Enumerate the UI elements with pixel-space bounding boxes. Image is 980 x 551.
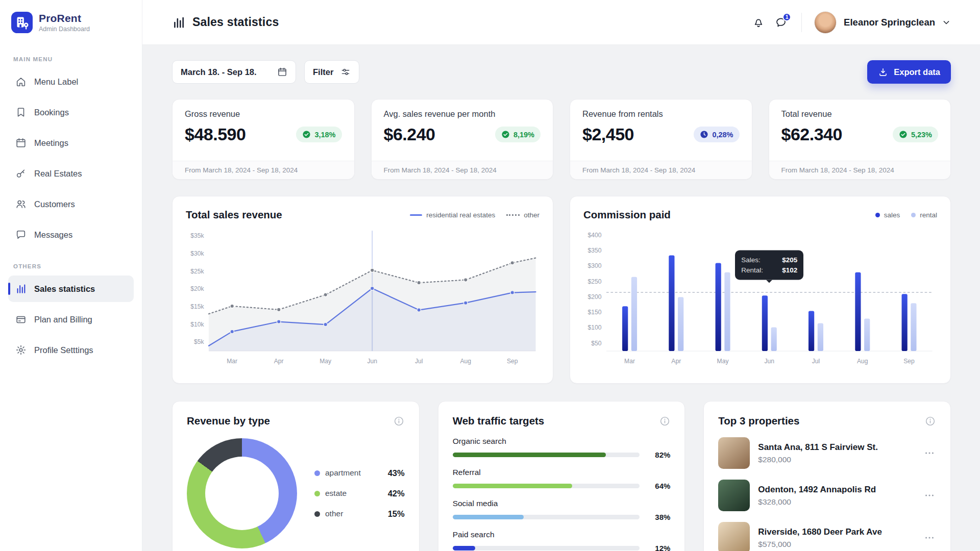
notifications-button[interactable] xyxy=(747,11,770,34)
svg-text:Mar: Mar xyxy=(624,358,635,365)
svg-text:$300: $300 xyxy=(588,262,602,269)
property-row[interactable]: Odenton, 1492 Annapolis Rd $328,000 xyxy=(718,480,936,511)
info-icon xyxy=(394,416,404,427)
property-photo xyxy=(718,437,750,469)
chevron-down-icon[interactable] xyxy=(941,17,951,28)
svg-text:$250: $250 xyxy=(588,278,602,285)
svg-text:$35k: $35k xyxy=(190,232,204,239)
sidebar-item-meetings[interactable]: Meetings xyxy=(8,130,134,156)
sidebar-item-real-estates[interactable]: Real Estates xyxy=(8,160,134,187)
change-value: 0,28% xyxy=(712,131,733,139)
card-title: Web traffic targets xyxy=(453,415,545,427)
legend-value: 42% xyxy=(388,489,405,498)
top-properties-card: Top 3 properties Santa Ana, 811 S Fairvi… xyxy=(703,401,951,551)
divider xyxy=(801,13,802,32)
property-row[interactable]: Riverside, 1680 Deer Park Ave $575,000 xyxy=(718,522,936,551)
sidebar-item-text: Meetings xyxy=(34,138,68,148)
line-swatch xyxy=(410,214,422,216)
progress-track xyxy=(453,546,640,550)
svg-text:Jul: Jul xyxy=(415,358,423,365)
svg-text:$30k: $30k xyxy=(190,250,204,257)
sidebar-item-text: Bookings xyxy=(34,108,69,117)
tooltip-label: Rental: xyxy=(741,265,763,276)
donut-hole xyxy=(205,457,279,530)
legend-label: other xyxy=(325,509,343,518)
progress-track xyxy=(453,453,640,457)
chart-title: Total sales revenue xyxy=(186,209,282,221)
more-options-button[interactable] xyxy=(923,489,936,502)
more-options-button[interactable] xyxy=(923,446,936,460)
change-value: 8,19% xyxy=(513,131,534,139)
property-price: $575,000 xyxy=(758,540,915,549)
legend-label: residential real estates xyxy=(426,211,495,219)
sidebar-item-customers[interactable]: Customers xyxy=(8,191,134,217)
check-circle-icon xyxy=(501,130,510,139)
legend-rental: rental xyxy=(911,211,937,219)
change-value: 3,18% xyxy=(314,131,335,139)
revenue-by-type-donut-chart xyxy=(187,438,297,548)
progress-fill xyxy=(453,484,573,488)
dotted-swatch xyxy=(506,214,520,216)
bell-icon xyxy=(752,16,765,29)
date-range-picker[interactable]: March 18. - Sep 18. xyxy=(172,60,296,84)
svg-text:$350: $350 xyxy=(588,247,602,254)
export-data-button[interactable]: Export data xyxy=(867,60,951,84)
svg-text:Jul: Jul xyxy=(812,358,820,365)
chart-tooltip: Sales: $205 Rental: $102 xyxy=(735,250,803,280)
page-title: Sales statistics xyxy=(192,15,279,29)
legend-row-estate: estate 42% xyxy=(314,489,405,498)
traffic-row-paid-search: Paid search 12% xyxy=(453,530,671,551)
sidebar-item-plan-and-billing[interactable]: Plan and Billing xyxy=(8,306,134,333)
export-data-label: Export data xyxy=(894,67,940,77)
legend-row-apartment: apartment 43% xyxy=(314,468,405,478)
traffic-label: Referral xyxy=(453,468,671,477)
dot-swatch xyxy=(314,491,320,496)
commission-paid-card: Commission paid sales rental xyxy=(570,196,951,384)
traffic-row-referral: Referral 64% xyxy=(453,468,671,490)
info-button[interactable] xyxy=(925,415,936,427)
web-traffic-targets-card: Web traffic targets Organic search 82% xyxy=(438,401,685,551)
messages-button[interactable]: 1 xyxy=(770,11,792,34)
legend-row-other: other 15% xyxy=(314,509,405,519)
traffic-value: 82% xyxy=(648,450,670,459)
svg-text:$400: $400 xyxy=(588,232,602,239)
sidebar-item-profile-settings[interactable]: Profile Setttings xyxy=(8,337,134,363)
traffic-value: 64% xyxy=(648,482,670,490)
main-menu-label: MAIN MENU xyxy=(13,56,129,62)
tooltip-value: $102 xyxy=(782,265,797,276)
kebab-menu-icon xyxy=(924,490,935,501)
key-icon xyxy=(15,168,27,179)
dot-swatch xyxy=(314,470,320,476)
svg-text:$25k: $25k xyxy=(190,268,204,275)
total-sales-revenue-chart: $35k$30k$25k$20k$15k$10k$5kMarAprMayJunJ… xyxy=(186,224,540,367)
stat-period: From March 18, 2024 - Sep 18, 2024 xyxy=(173,161,354,179)
more-options-button[interactable] xyxy=(923,531,936,544)
svg-text:Mar: Mar xyxy=(227,358,237,365)
property-row[interactable]: Santa Ana, 811 S Fairview St. $280,000 xyxy=(718,437,936,469)
svg-text:May: May xyxy=(320,358,332,365)
stat-card-revenue-from-rentals: Revenue from rentals $2,450 0,28% From M… xyxy=(570,99,752,180)
traffic-label: Organic search xyxy=(453,437,671,446)
sidebar-item-bookings[interactable]: Bookings xyxy=(8,99,134,126)
info-button[interactable] xyxy=(659,415,670,427)
clock-icon xyxy=(700,130,708,139)
prorent-logo-icon xyxy=(11,12,33,33)
info-button[interactable] xyxy=(394,415,405,427)
sidebar-item-sales-statistics[interactable]: Sales statistics xyxy=(8,276,134,302)
avatar[interactable] xyxy=(814,11,837,34)
property-name: Odenton, 1492 Annapolis Rd xyxy=(758,485,915,495)
stat-value: $62.340 xyxy=(781,124,842,144)
info-icon xyxy=(925,416,936,427)
legend-label: apartment xyxy=(325,468,361,478)
sidebar-item-menu-label[interactable]: Menu Label xyxy=(8,68,134,95)
progress-fill xyxy=(453,546,475,550)
legend-value: 43% xyxy=(388,468,405,478)
brand-name: ProRent xyxy=(39,12,90,24)
total-sales-revenue-card: Total sales revenue residential real est… xyxy=(172,196,553,384)
filter-button[interactable]: Filter xyxy=(304,60,359,84)
svg-text:$150: $150 xyxy=(588,309,602,316)
stat-card-gross-revenue: Gross revenue $48.590 3,18% From March 1… xyxy=(172,99,355,180)
unread-count-badge: 1 xyxy=(782,13,791,21)
property-name: Santa Ana, 811 S Fairview St. xyxy=(758,442,915,453)
sidebar-item-messages[interactable]: Messages xyxy=(8,221,134,248)
